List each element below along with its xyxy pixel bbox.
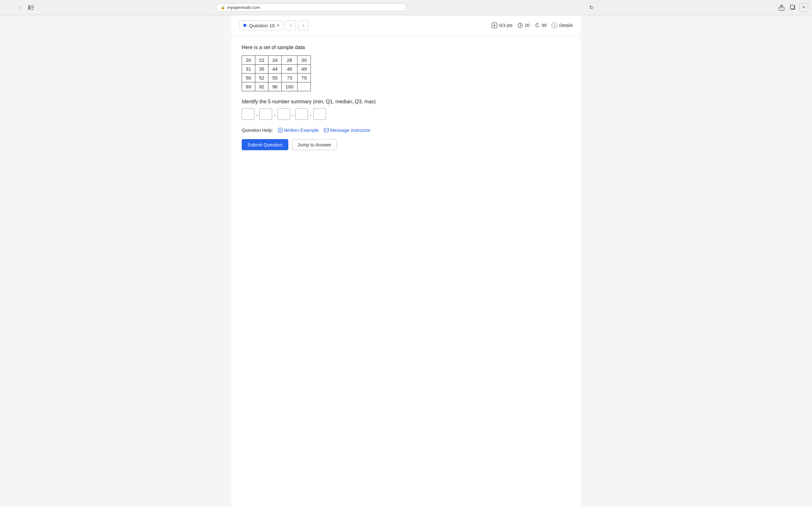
timer-icon (518, 23, 523, 28)
table-cell: 31 (242, 65, 255, 73)
table-cell: 52 (255, 73, 268, 82)
reload-button[interactable]: ↻ (587, 3, 596, 12)
table-cell: 89 (242, 82, 255, 91)
mail-icon (324, 128, 329, 132)
pts-icon (492, 22, 497, 28)
document-icon (278, 128, 283, 133)
question-prompt: Here is a set of sample data (242, 45, 570, 50)
attempts-label: 99 (542, 23, 547, 28)
browser-chrome: ‹ › 🔒 myopenmath.com ↻ + (0, 0, 812, 15)
jump-to-answer-button[interactable]: Jump to Answer (292, 139, 337, 150)
table-cell (298, 82, 311, 91)
next-question-button[interactable]: › (299, 20, 309, 31)
comma-3: , (292, 111, 293, 117)
message-instructor-link[interactable]: Message instructor (324, 127, 370, 133)
share-button[interactable] (776, 3, 786, 12)
table-cell: 73 (282, 73, 298, 82)
written-example-link[interactable]: Written Example (278, 127, 319, 133)
help-label: Question Help: (242, 127, 273, 133)
table-cell: 24 (268, 56, 282, 65)
duplicate-button[interactable] (788, 3, 798, 12)
svg-rect-1 (31, 5, 34, 6)
comma-1: , (256, 111, 258, 117)
question-dot (243, 24, 247, 27)
address-bar[interactable]: 🔒 myopenmath.com (216, 3, 406, 11)
submit-question-button[interactable]: Submit Question (242, 139, 288, 150)
attempts-info: 99 (535, 23, 547, 28)
svg-rect-11 (324, 128, 328, 132)
page-container: Question 10 ▾ ‹ › 0/3 pts (232, 15, 580, 507)
lock-icon: 🔒 (221, 5, 225, 9)
url-text: myopenmath.com (227, 5, 260, 10)
sidebar-toggle-button[interactable] (27, 3, 36, 12)
question-help: Question Help: Written Example Message i… (242, 127, 570, 133)
written-example-label: Written Example (284, 127, 319, 133)
question-dropdown[interactable]: Question 10 ▾ (239, 20, 283, 31)
table-cell: 35 (255, 65, 268, 73)
median-input[interactable] (277, 108, 290, 120)
details-info[interactable]: i Details (552, 22, 573, 28)
table-cell: 96 (268, 82, 282, 91)
table-cell: 92 (255, 82, 268, 91)
new-tab-button[interactable]: + (799, 3, 808, 12)
max-input[interactable] (313, 108, 326, 120)
data-table: 202224283031354446495052557379899296100 (242, 55, 311, 91)
table-cell: 30 (298, 56, 311, 65)
comma-4: , (310, 111, 311, 117)
summary-label: Identify the 5 number summary (min, Q1, … (242, 99, 570, 105)
forward-button[interactable]: › (15, 3, 24, 12)
content-area: Question 10 ▾ ‹ › 0/3 pts (0, 15, 812, 507)
summary-section: Identify the 5 number summary (min, Q1, … (242, 99, 570, 120)
pts-info: 0/3 pts (492, 22, 513, 28)
details-icon: i (552, 22, 557, 28)
browser-actions: + (776, 3, 808, 12)
timer-info: 20 (518, 23, 530, 28)
table-cell: 49 (298, 65, 311, 73)
table-cell: 28 (282, 56, 298, 65)
table-cell: 55 (268, 73, 282, 82)
table-cell: 100 (282, 82, 298, 91)
table-cell: 44 (268, 65, 282, 73)
svg-rect-3 (31, 9, 34, 10)
prev-question-button[interactable]: ‹ (286, 20, 296, 31)
svg-rect-2 (31, 7, 34, 8)
table-cell: 50 (242, 73, 255, 82)
dropdown-arrow-icon: ▾ (277, 23, 279, 27)
table-cell: 22 (255, 56, 268, 65)
timer-label: 20 (525, 23, 530, 28)
question-label: Question 10 (249, 23, 275, 28)
question-nav-left: Question 10 ▾ ‹ › (239, 20, 309, 31)
question-info-right: 0/3 pts 20 99 (492, 22, 573, 28)
pts-label: 0/3 pts (499, 23, 513, 28)
question-content: Here is a set of sample data 20222428303… (232, 36, 580, 159)
table-cell: 79 (298, 73, 311, 82)
table-cell: 20 (242, 56, 255, 65)
back-button[interactable]: ‹ (4, 3, 13, 12)
table-cell: 46 (282, 65, 298, 73)
attempts-icon (535, 23, 540, 28)
comma-2: , (274, 111, 275, 117)
details-label[interactable]: Details (559, 23, 573, 28)
question-header: Question 10 ▾ ‹ › 0/3 pts (232, 15, 580, 36)
svg-rect-0 (28, 5, 31, 10)
svg-rect-6 (791, 5, 794, 9)
summary-inputs: , , , , (242, 108, 570, 120)
action-buttons: Submit Question Jump to Answer (242, 139, 570, 150)
min-input[interactable] (242, 108, 254, 120)
q3-input[interactable] (295, 108, 308, 120)
q1-input[interactable] (259, 108, 272, 120)
message-instructor-label: Message instructor (330, 127, 370, 133)
